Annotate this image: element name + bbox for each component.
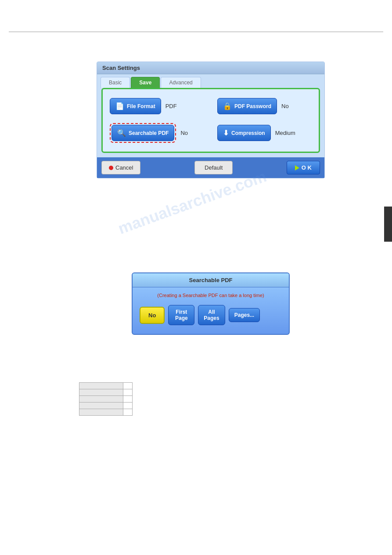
searchable-pdf-value: No [180, 130, 188, 136]
dialog-title: Searchable PDF [133, 273, 289, 287]
bottom-table [79, 382, 133, 416]
compression-item: ⬇ Compression Medium [217, 123, 312, 143]
table-row [79, 409, 133, 416]
right-sidebar-bar [384, 207, 392, 242]
table-cell-label [79, 396, 123, 403]
table-cell-value [123, 396, 133, 403]
table-cell-label [79, 409, 123, 416]
table-cell-label [79, 389, 123, 396]
buttons-grid: 📄 File Format PDF 🔒 PDF Password No 🔍 [110, 98, 312, 143]
pdf-password-label: PDF Password [234, 103, 271, 109]
dialog-pages-button[interactable]: Pages... [229, 308, 260, 322]
searchable-pdf-dialog: Searchable PDF (Creating a Searchable PD… [132, 272, 290, 335]
searchable-pdf-item: 🔍 Searchable PDF No [110, 123, 204, 143]
default-label: Default [205, 164, 223, 171]
ok-label: O K [302, 164, 312, 171]
scan-settings-panel: Scan Settings Basic Save Advanced 📄 File… [97, 62, 325, 178]
dialog-buttons: No FirstPage AllPages Pages... [140, 305, 282, 325]
action-row: Cancel Default O K [97, 157, 324, 178]
compression-icon: ⬇ [223, 129, 229, 137]
tab-basic[interactable]: Basic [101, 77, 130, 88]
table-cell-value [123, 389, 133, 396]
searchable-pdf-button[interactable]: 🔍 Searchable PDF [111, 125, 174, 141]
pdf-password-item: 🔒 PDF Password No [217, 98, 312, 114]
cancel-button[interactable]: Cancel [101, 161, 140, 174]
dialog-all-pages-button[interactable]: AllPages [198, 305, 225, 325]
tab-save[interactable]: Save [131, 77, 160, 88]
content-area: 📄 File Format PDF 🔒 PDF Password No 🔍 [101, 88, 320, 153]
tabs-row: Basic Save Advanced [97, 74, 324, 88]
file-format-item: 📄 File Format PDF [110, 98, 204, 114]
table-row [79, 403, 133, 409]
compression-label: Compression [231, 130, 265, 136]
cancel-icon [109, 166, 113, 170]
ok-icon [295, 165, 299, 170]
tab-advanced[interactable]: Advanced [161, 77, 201, 88]
table-cell-value [123, 383, 133, 389]
table-cell-label [79, 383, 123, 389]
table-cell-value [123, 403, 133, 409]
dialog-first-page-button[interactable]: FirstPage [168, 305, 194, 325]
table-row [79, 396, 133, 403]
table-cell-value [123, 409, 133, 416]
file-format-value: PDF [165, 103, 177, 109]
pdf-password-value: No [281, 103, 289, 109]
scan-settings-title: Scan Settings [97, 62, 324, 74]
ok-button[interactable]: O K [287, 161, 320, 174]
searchable-pdf-icon: 🔍 [117, 129, 126, 137]
cancel-label: Cancel [115, 164, 133, 171]
table-row [79, 389, 133, 396]
table-cell-label [79, 403, 123, 409]
compression-value: Medium [275, 130, 295, 136]
dialog-no-button[interactable]: No [140, 307, 165, 324]
table-row [79, 383, 133, 389]
file-format-button[interactable]: 📄 File Format [110, 98, 161, 114]
top-rule [9, 32, 383, 32]
default-button[interactable]: Default [194, 161, 233, 174]
searchable-pdf-highlight: 🔍 Searchable PDF [110, 123, 176, 143]
file-format-icon: 📄 [115, 102, 124, 110]
dialog-note: (Creating a Searchable PDF can take a lo… [140, 293, 282, 298]
compression-button[interactable]: ⬇ Compression [217, 125, 271, 141]
dialog-body: (Creating a Searchable PDF can take a lo… [133, 287, 289, 334]
file-format-label: File Format [127, 103, 155, 109]
pdf-password-button[interactable]: 🔒 PDF Password [217, 98, 277, 114]
searchable-pdf-label: Searchable PDF [129, 130, 169, 136]
pdf-password-icon: 🔒 [223, 102, 232, 110]
